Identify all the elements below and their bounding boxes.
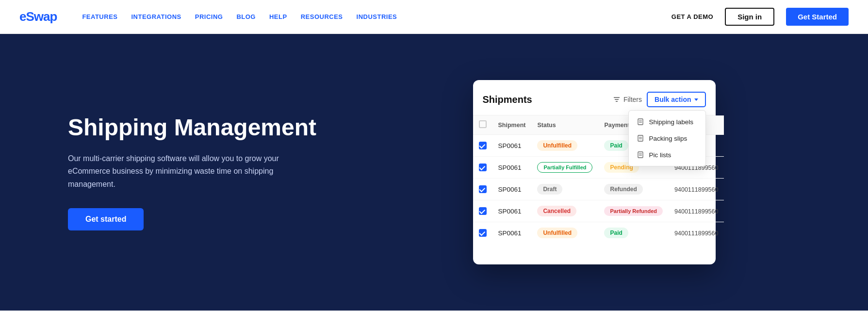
svg-rect-9 (638, 152, 643, 158)
header-checkbox[interactable] (479, 120, 487, 128)
card-actions: Filters Bulk action (613, 92, 706, 107)
td-shipment-1: SP0061 (492, 157, 532, 179)
nav-blog[interactable]: BLOG (236, 13, 256, 20)
payment-badge-3: Partially Refunded (604, 206, 663, 216)
hero-title: Shipping Management (68, 114, 340, 141)
status-badge-4: Unfulfilled (537, 228, 577, 238)
nav-pricing[interactable]: PRICING (195, 13, 223, 20)
td-shipment-0: SP0061 (492, 135, 532, 157)
filters-icon (613, 96, 621, 103)
status-badge-1: Partially Fulfilled (537, 162, 592, 173)
th-status: Status (531, 115, 598, 135)
td-checkbox-0 (473, 135, 492, 157)
td-checkbox-4 (473, 222, 492, 244)
td-status-0: Unfulfilled (531, 135, 598, 157)
nav-integrations[interactable]: INTEGRATIONS (131, 13, 181, 20)
payment-badge-0: Paid (604, 140, 628, 151)
shipments-card: Shipments Filters Bulk action (473, 80, 716, 264)
dropdown-pic-lists[interactable]: Pic lists (629, 147, 705, 163)
nav-right: GET A DEMO Sign in Get Started (671, 8, 849, 26)
td-status-3: Cancelled (531, 200, 598, 222)
nav-features[interactable]: FEATURES (82, 13, 117, 20)
td-tracking-3: 9400111899560 (669, 200, 724, 222)
filters-button[interactable]: Filters (613, 96, 642, 103)
td-payment-3: Partially Refunded (598, 200, 669, 222)
nav-industries[interactable]: INDUSTRIES (357, 13, 397, 20)
nav-resources[interactable]: RESOURCES (301, 13, 343, 20)
td-status-2: Draft (531, 179, 598, 200)
hero-subtitle: Our multi-carrier shipping software will… (68, 152, 301, 191)
nav-links: FEATURES INTEGRATIONS PRICING BLOG HELP … (82, 13, 655, 20)
row-checkbox-0[interactable] (479, 142, 487, 149)
tracking-number-4: 9400111899560 (674, 230, 718, 237)
tracking-number-2: 9400111899560 (674, 186, 718, 193)
dropdown-shipping-labels[interactable]: Shipping labels (629, 114, 705, 130)
document-icon-3 (637, 151, 644, 159)
signin-button[interactable]: Sign in (725, 8, 774, 26)
row-checkbox-3[interactable] (479, 207, 487, 215)
th-shipment: Shipment (492, 115, 532, 135)
svg-rect-3 (638, 119, 643, 125)
td-shipment-4: SP0061 (492, 222, 532, 244)
filters-label: Filters (623, 96, 642, 103)
row-checkbox-4[interactable] (479, 229, 487, 237)
bulk-action-button[interactable]: Bulk action (647, 92, 705, 107)
nav-demo-link[interactable]: GET A DEMO (671, 13, 713, 20)
td-shipment-3: SP0061 (492, 200, 532, 222)
navbar: eSwap FEATURES INTEGRATIONS PRICING BLOG… (0, 0, 868, 34)
document-icon-2 (637, 134, 644, 142)
dropdown-label-2: Pic lists (649, 151, 671, 159)
td-status-4: Unfulfilled (531, 222, 598, 244)
payment-badge-2: Refunded (604, 184, 642, 195)
dropdown-label-0: Shipping labels (649, 118, 694, 126)
payment-badge-4: Paid (604, 228, 628, 238)
status-badge-3: Cancelled (537, 206, 576, 216)
getstarted-nav-button[interactable]: Get Started (786, 8, 849, 26)
td-checkbox-2 (473, 179, 492, 200)
td-checkbox-3 (473, 200, 492, 222)
bulk-action-dropdown: Shipping labels Packing slips (628, 110, 706, 166)
td-tracking-4: 9400111899560 (669, 222, 724, 244)
nav-help[interactable]: HELP (269, 13, 287, 20)
hero-text: Shipping Management Our multi-carrier sh… (68, 114, 340, 230)
dropdown-label-1: Packing slips (649, 135, 688, 142)
th-checkbox (473, 115, 492, 135)
row-checkbox-2[interactable] (479, 185, 487, 193)
td-status-1: Partially Fulfilled (531, 157, 598, 179)
card-title: Shipments (483, 94, 532, 105)
document-icon-1 (637, 118, 644, 126)
card-wrapper: Shipments Filters Bulk action (340, 80, 849, 264)
bulk-action-container: Bulk action Shipping labels (647, 92, 705, 107)
dropdown-packing-slips[interactable]: Packing slips (629, 130, 705, 147)
td-payment-4: Paid (598, 222, 669, 244)
td-checkbox-1 (473, 157, 492, 179)
status-badge-2: Draft (537, 184, 562, 195)
table-row: SP0061 Unfulfilled Paid 9400111899560 (473, 222, 724, 244)
tracking-number-3: 9400111899560 (674, 208, 718, 215)
status-badge-0: Unfulfilled (537, 140, 577, 151)
td-payment-2: Refunded (598, 179, 669, 200)
table-row: SP0061 Cancelled Partially Refunded 9400… (473, 200, 724, 222)
logo[interactable]: eSwap (19, 9, 57, 24)
card-header: Shipments Filters Bulk action (473, 92, 716, 115)
td-tracking-2: 9400111899560 (669, 179, 724, 200)
hero-cta-button[interactable]: Get started (68, 208, 144, 230)
td-shipment-2: SP0061 (492, 179, 532, 200)
table-row: SP0061 Draft Refunded 9400111899560 (473, 179, 724, 200)
hero-section: Shipping Management Our multi-carrier sh… (0, 34, 868, 311)
row-checkbox-1[interactable] (479, 164, 487, 171)
svg-rect-6 (638, 135, 643, 141)
bulk-action-label: Bulk action (655, 96, 691, 103)
chevron-down-icon (694, 98, 698, 101)
